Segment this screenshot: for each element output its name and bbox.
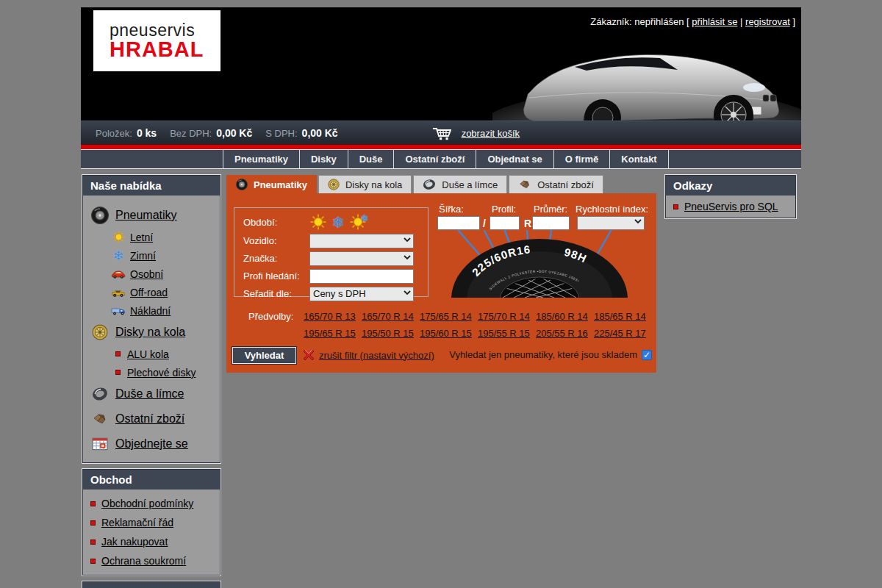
preset-link[interactable]: 205/55 R 16 <box>536 328 594 339</box>
preset-link[interactable]: 195/65 R 15 <box>304 328 362 339</box>
list-item[interactable]: PneuServis pro SQL <box>673 197 791 216</box>
list-item[interactable]: Obchodní podmínky <box>90 494 215 513</box>
sidebar-item-label[interactable]: Plechové disky <box>127 367 196 379</box>
login-link[interactable]: přihlásit se <box>692 16 737 27</box>
preset-link[interactable]: 195/50 R 15 <box>362 328 420 339</box>
sidebar-item-label[interactable]: Zimní <box>130 250 156 262</box>
sidebar-item-label[interactable]: Osobní <box>130 268 163 280</box>
odkazy-box: Odkazy PneuServis pro SQL <box>665 175 796 218</box>
customer-bracket: ] <box>792 16 795 27</box>
obdobi-label: Období: <box>243 217 309 228</box>
sidebar-item-offroad[interactable]: Off-road <box>87 283 215 301</box>
sidebar-item-zimni[interactable]: ❄ Zimní <box>87 246 215 265</box>
preset-link[interactable]: 175/65 R 14 <box>420 311 478 322</box>
clear-filter-icon <box>303 349 315 361</box>
sidebar-item-label[interactable]: Pneumatiky <box>115 209 177 222</box>
obchodni-podminky-link[interactable]: Obchodní podmínky <box>101 498 193 509</box>
preset-link[interactable]: 195/60 R 15 <box>420 328 478 339</box>
profi-search-input[interactable] <box>309 269 414 284</box>
sidebar-item-alu-kola[interactable]: ALU kola <box>87 345 215 363</box>
filter-panel: Období: ❄ ❄ Vozidlo: Značka: <box>226 193 656 373</box>
sidebar-item-label[interactable]: Disky na kola <box>115 326 185 339</box>
sidebar-item-nakladni[interactable]: Nákladní <box>87 301 215 320</box>
znacka-select[interactable] <box>309 251 414 266</box>
preset-link[interactable]: 165/70 R 13 <box>304 311 362 322</box>
jak-nakupovat-link[interactable]: Jak nakupovat <box>101 536 168 548</box>
nav-disky[interactable]: Disky <box>300 150 348 168</box>
tab-pneumatiky[interactable]: Pneumatiky <box>226 175 317 193</box>
sirka-input[interactable] <box>437 216 480 230</box>
nabidka-title: Naše nabídka <box>83 176 220 196</box>
preset-link[interactable]: 195/55 R 15 <box>478 328 536 339</box>
list-item[interactable]: Jak nakupovat <box>90 532 215 551</box>
rychlostni-select[interactable] <box>577 216 645 230</box>
reklamacni-rad-link[interactable]: Reklamační řád <box>101 517 173 528</box>
sirka-label: Šířka: <box>439 204 464 215</box>
left-sidebar: Naše nabídka Pneumatiky Letní ❄ Zimní <box>82 175 220 588</box>
preset-link[interactable]: 165/70 R 14 <box>362 311 420 322</box>
seradit-select[interactable]: Ceny s DPH <box>309 287 414 301</box>
nav-duse[interactable]: Duše <box>348 150 395 168</box>
cart-bar: Položek: 0 ks Bez DPH: 0,00 Kč S DPH: 0,… <box>81 121 801 145</box>
nav-pneumatiky[interactable]: Pneumatiky <box>223 150 300 168</box>
tab-disky-na-kola[interactable]: Disky na kola <box>318 175 412 193</box>
summer-filter-sun-icon[interactable] <box>309 213 327 231</box>
nav-ostatni-zbozi[interactable]: Ostatní zboží <box>394 150 476 168</box>
logo[interactable]: pneuservis HRABAL <box>93 10 220 71</box>
sidebar-item-letni[interactable]: Letní <box>87 228 215 246</box>
sidebar-item-label[interactable]: Duše a límce <box>115 387 184 401</box>
nav-kontakt[interactable]: Kontakt <box>610 150 668 168</box>
bullet-icon <box>90 520 96 526</box>
search-button[interactable]: Vyhledat <box>232 347 296 364</box>
reset-filter-link[interactable]: zrušit filtr (nastavit výchozí) <box>319 350 434 361</box>
site-container: pneuservis HRABAL Zákazník: nepřihlášen … <box>81 7 801 588</box>
nav-o-firme[interactable]: O firmě <box>554 150 611 168</box>
prumer-input[interactable] <box>532 216 570 230</box>
sidebar-item-label[interactable]: Letní <box>130 232 153 243</box>
tab-duse-a-limce[interactable]: Duše a límce <box>413 175 507 193</box>
sidebar-item-plechove-disky[interactable]: Plechové disky <box>87 363 215 381</box>
sidebar-item-label[interactable]: Off-road <box>130 287 168 298</box>
seradit-label: Seřadit dle: <box>243 288 309 299</box>
sidebar-item-label[interactable]: Ostatní zboží <box>115 412 184 426</box>
list-item[interactable]: Reklamační řád <box>90 513 215 532</box>
sidebar-item-label[interactable]: Objednejte se <box>115 437 188 451</box>
profil-label: Profil: <box>492 204 516 215</box>
ochrana-soukromi-link[interactable]: Ochrana soukromí <box>101 555 186 567</box>
logo-line2: HRABAL <box>110 37 220 62</box>
sidebar-item-pneumatiky[interactable]: Pneumatiky <box>87 203 215 228</box>
sidebar-item-osobni[interactable]: Osobní <box>87 265 215 283</box>
tab-label: Ostatní zboží <box>537 179 594 190</box>
view-cart-link[interactable]: zobrazit košík <box>462 128 520 139</box>
tab-ostatni-zbozi[interactable]: Ostatní zboží <box>509 175 603 193</box>
preset-link[interactable]: 185/65 R 14 <box>594 311 652 322</box>
list-item[interactable]: Ochrana soukromí <box>90 551 215 570</box>
tube-icon <box>90 387 110 401</box>
allseason-filter-icon[interactable]: ❄ <box>349 213 367 231</box>
stock-checkbox[interactable]: ✓ <box>642 350 652 360</box>
nav-objednat-se[interactable]: Objednat se <box>476 150 553 168</box>
customer-label: Zákazník: nepřihlášen [ <box>590 16 689 27</box>
preset-link[interactable]: 225/45 R 17 <box>594 328 652 339</box>
predvolby-label: Předvolby: <box>248 311 293 322</box>
sidebar-item-ostatni-zbozi[interactable]: Ostatní zboží <box>87 406 215 431</box>
filter-box: Období: ❄ ❄ Vozidlo: Značka: <box>234 207 429 297</box>
sidebar-item-label[interactable]: Nákladní <box>130 305 171 317</box>
header: pneuservis HRABAL Zákazník: nepřihlášen … <box>81 7 801 145</box>
sidebar-item-duse-a-limce[interactable]: Duše a límce <box>87 381 215 406</box>
nabidka-box: Naše nabídka Pneumatiky Letní ❄ Zimní <box>82 175 220 463</box>
sidebar-item-objednejte-se[interactable]: Objednejte se <box>87 431 215 456</box>
sidebar-item-label[interactable]: ALU kola <box>127 348 169 360</box>
customer-status: Zákazník: nepřihlášen [ přihlásit se | r… <box>590 16 795 27</box>
bullet-icon <box>673 204 678 209</box>
winter-filter-snowflake-icon[interactable]: ❄ <box>329 213 347 231</box>
profil-input[interactable] <box>490 216 520 230</box>
vozidlo-select[interactable] <box>309 234 414 248</box>
sidebar-item-disky-na-kola[interactable]: Disky na kola <box>87 320 215 345</box>
register-link[interactable]: registrovat <box>745 16 790 27</box>
bullet-icon <box>90 559 96 564</box>
pneuservis-sql-link[interactable]: PneuServis pro SQL <box>684 201 778 212</box>
preset-link[interactable]: 185/60 R 14 <box>536 311 594 322</box>
tire-icon <box>236 179 248 190</box>
preset-link[interactable]: 175/70 R 14 <box>478 311 536 322</box>
